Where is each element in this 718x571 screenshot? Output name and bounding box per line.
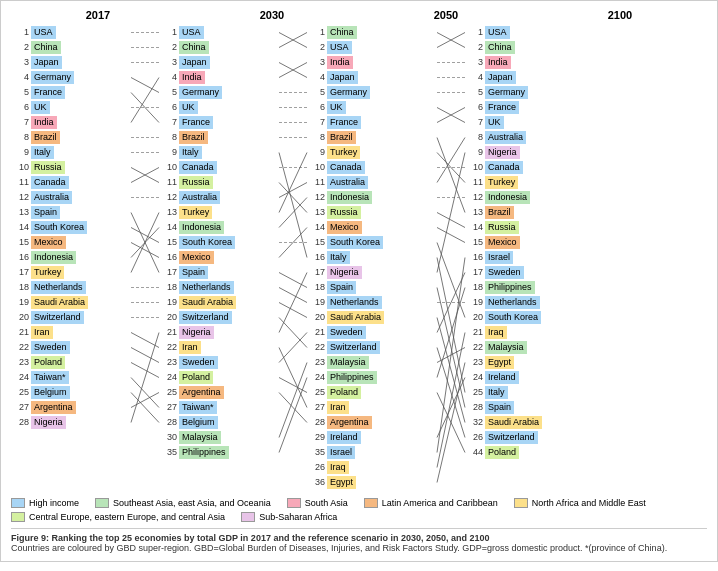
country-label: Sweden (179, 356, 218, 369)
list-item: 19Netherlands (465, 295, 575, 309)
country-label: China (327, 26, 357, 39)
rank-number: 30 (159, 432, 177, 442)
legend-color-north-africa (514, 498, 528, 508)
country-label: Japan (327, 71, 358, 84)
list-item: 8Australia (465, 130, 575, 144)
list-item: 6UK (307, 100, 437, 114)
country-label: France (179, 116, 213, 129)
svg-line-6 (131, 78, 159, 123)
country-label: Switzerland (179, 311, 232, 324)
rank-number: 21 (307, 327, 325, 337)
list-item: 20Saudi Arabia (307, 310, 437, 324)
rank-number: 2 (11, 42, 29, 52)
country-label: UK (485, 116, 504, 129)
list-item: 16Mexico (159, 250, 279, 264)
list-item: 15Mexico (11, 235, 131, 249)
year-headers: 2017 2030 2050 2100 (11, 9, 707, 21)
rank-number: 3 (159, 57, 177, 67)
rank-number: 15 (465, 237, 483, 247)
country-label: Russia (485, 221, 519, 234)
connector-2050-2100 (437, 25, 465, 490)
caption-label: Figure 9: Ranking the top 25 economies b… (11, 533, 490, 543)
rank-number: 14 (307, 222, 325, 232)
list-item: 2China (159, 40, 279, 54)
svg-line-24 (131, 393, 159, 423)
list-item: 19Saudi Arabia (159, 295, 279, 309)
list-item: 9Nigeria (465, 145, 575, 159)
rank-number: 8 (159, 132, 177, 142)
list-item: 24Taiwan* (11, 370, 131, 384)
list-item: 44Poland (465, 445, 575, 459)
rank-number: 17 (307, 267, 325, 277)
rank-number: 19 (307, 297, 325, 307)
year-2017: 2017 (38, 9, 158, 21)
country-label: Israel (327, 446, 355, 459)
list-item: 12Indonesia (465, 190, 575, 204)
svg-line-45 (279, 303, 307, 318)
country-label: Germany (179, 86, 222, 99)
rank-number: 10 (159, 162, 177, 172)
country-label: Australia (485, 131, 526, 144)
country-label: Taiwan* (31, 371, 69, 384)
country-label: China (485, 41, 515, 54)
list-item: 12Indonesia (307, 190, 437, 204)
rank-number: 6 (465, 102, 483, 112)
rank-number: 3 (307, 57, 325, 67)
rank-number: 24 (465, 372, 483, 382)
rank-number: 22 (159, 342, 177, 352)
rank-number: 16 (159, 252, 177, 262)
country-label: India (179, 71, 205, 84)
rank-number: 13 (159, 207, 177, 217)
country-label: Indonesia (179, 221, 224, 234)
list-item: 35Philippines (159, 445, 279, 459)
country-label: Netherlands (485, 296, 540, 309)
list-item: 9Italy (11, 145, 131, 159)
list-item: 2USA (307, 40, 437, 54)
country-label: Spain (179, 266, 208, 279)
country-label: Mexico (485, 236, 520, 249)
svg-line-51 (279, 393, 307, 423)
list-item: 13Turkey (159, 205, 279, 219)
legend-label-southeast-asia: Southeast Asia, east Asia, and Oceania (113, 498, 271, 508)
country-label: Ireland (485, 371, 519, 384)
country-label: Malaysia (179, 431, 221, 444)
list-item: 7India (11, 115, 131, 129)
country-label: Iraq (327, 461, 349, 474)
rank-number: 17 (159, 267, 177, 277)
country-label: Italy (31, 146, 54, 159)
rank-number: 24 (307, 372, 325, 382)
rank-number: 28 (11, 417, 29, 427)
rank-number: 28 (159, 417, 177, 427)
col-2030: 1USA2China3Japan4India5Germany6UK7France… (159, 25, 279, 490)
country-label: Brazil (179, 131, 208, 144)
country-label: Australia (327, 176, 368, 189)
rank-number: 23 (159, 357, 177, 367)
list-item: 8Brazil (11, 130, 131, 144)
list-item: 32Saudi Arabia (465, 415, 575, 429)
country-label: Iran (31, 326, 53, 339)
list-item: 24Philippines (307, 370, 437, 384)
rank-number: 28 (465, 402, 483, 412)
list-item: 13Brazil (465, 205, 575, 219)
list-item: 17Nigeria (307, 265, 437, 279)
rank-number: 1 (465, 27, 483, 37)
legend-cent-europe: Central Europe, eastern Europe, and cent… (11, 512, 225, 522)
list-item: 17Sweden (465, 265, 575, 279)
rank-number: 20 (307, 312, 325, 322)
rank-number: 23 (11, 357, 29, 367)
year-2100: 2100 (560, 9, 680, 21)
legend: High income Southeast Asia, east Asia, a… (11, 498, 707, 522)
list-item: 35Israel (307, 445, 437, 459)
country-label: USA (31, 26, 56, 39)
country-label: Indonesia (31, 251, 76, 264)
list-item: 7France (159, 115, 279, 129)
list-item: 6France (465, 100, 575, 114)
country-label: Argentina (31, 401, 76, 414)
rank-number: 16 (11, 252, 29, 262)
country-label: Brazil (327, 131, 356, 144)
col-2050: 1China2USA3India4Japan5Germany6UK7France… (307, 25, 437, 490)
rank-number: 12 (11, 192, 29, 202)
country-label: Canada (327, 161, 365, 174)
caption-text: Countries are coloured by GBD super-regi… (11, 543, 667, 553)
rank-number: 7 (465, 117, 483, 127)
